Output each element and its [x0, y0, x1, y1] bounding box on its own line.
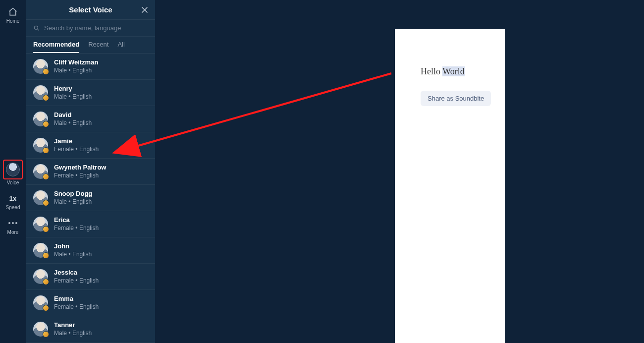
- more-icon: [7, 217, 19, 229]
- voice-name: John: [54, 242, 92, 250]
- voice-row[interactable]: HenryMale • English: [26, 80, 155, 106]
- rail-more-label: More: [7, 230, 19, 235]
- voice-row[interactable]: Gwyneth PaltrowFemale • English: [26, 159, 155, 185]
- voice-sub: Male • English: [54, 93, 92, 101]
- document-text[interactable]: Hello World: [421, 66, 505, 77]
- voice-sub: Male • English: [54, 67, 98, 74]
- voice-row[interactable]: JamieFemale • English: [26, 132, 155, 159]
- premium-badge-icon: [43, 279, 49, 285]
- document-page: Hello World Share as Soundbite: [395, 29, 505, 343]
- premium-badge-icon: [43, 305, 49, 311]
- speed-value: 1x: [7, 192, 19, 204]
- rail-speed[interactable]: 1x Speed: [0, 190, 26, 213]
- premium-badge-icon: [43, 95, 49, 101]
- voice-sub: Male • English: [54, 198, 92, 206]
- voice-row[interactable]: Snoop DoggMale • English: [26, 185, 155, 211]
- share-soundbite-button[interactable]: Share as Soundbite: [421, 91, 491, 106]
- voice-sub: Male • English: [54, 251, 92, 258]
- premium-badge-icon: [43, 121, 49, 127]
- voice-meta: EricaFemale • English: [54, 216, 99, 231]
- voice-row[interactable]: JessicaFemale • English: [26, 264, 155, 290]
- premium-badge-icon: [43, 147, 49, 154]
- close-icon: [141, 6, 148, 13]
- voice-meta: JessicaFemale • English: [54, 269, 99, 284]
- svg-line-3: [135, 73, 391, 147]
- voice-meta: EmmaFemale • English: [54, 295, 99, 310]
- voice-panel: Select Voice Recommended Recent All Clif…: [26, 0, 155, 343]
- voice-sub: Female • English: [54, 146, 99, 153]
- voice-meta: Cliff WeitzmanMale • English: [54, 58, 98, 74]
- voice-name: Jessica: [54, 269, 99, 277]
- voice-name: Erica: [54, 216, 99, 224]
- voice-name: Gwyneth Paltrow: [54, 164, 106, 172]
- voice-meta: JohnMale • English: [54, 242, 92, 258]
- voice-search-input[interactable]: [44, 24, 148, 32]
- voice-avatar: [33, 85, 48, 100]
- voice-name: Henry: [54, 85, 92, 93]
- voice-list[interactable]: Cliff WeitzmanMale • EnglishHenryMale • …: [26, 54, 155, 343]
- voice-row[interactable]: EricaFemale • English: [26, 211, 155, 237]
- voice-name: Snoop Dogg: [54, 190, 92, 198]
- rail-voice-label: Voice: [7, 180, 19, 185]
- tab-recommended[interactable]: Recommended: [33, 37, 79, 53]
- rail-home-label: Home: [6, 19, 20, 24]
- voice-avatar-icon: [6, 163, 20, 176]
- tab-recent[interactable]: Recent: [88, 37, 108, 53]
- voice-avatar: [33, 190, 48, 205]
- svg-line-1: [38, 29, 39, 30]
- voice-name: Jamie: [54, 137, 99, 145]
- voice-meta: Gwyneth PaltrowFemale • English: [54, 164, 106, 179]
- voice-avatar: [33, 295, 48, 310]
- premium-badge-icon: [43, 68, 49, 75]
- search-row[interactable]: [26, 20, 155, 37]
- premium-badge-icon: [43, 200, 49, 206]
- rail-more[interactable]: More: [0, 215, 26, 238]
- voice-sub: Female • English: [54, 225, 99, 232]
- panel-header: Select Voice: [26, 0, 155, 20]
- voice-avatar: [33, 217, 48, 231]
- voice-name: Tanner: [54, 321, 92, 329]
- voice-sub: Female • English: [54, 303, 99, 311]
- rail-home[interactable]: Home: [0, 4, 26, 27]
- voice-avatar: [33, 269, 48, 284]
- rail-voice-highlight: [3, 160, 23, 179]
- rail-voice[interactable]: Voice: [0, 158, 26, 188]
- voice-row[interactable]: TannerMale • English: [26, 316, 155, 343]
- panel-title: Select Voice: [69, 5, 112, 14]
- voice-avatar: [33, 138, 48, 153]
- voice-sub: Female • English: [54, 277, 99, 285]
- voice-row[interactable]: JohnMale • English: [26, 237, 155, 264]
- voice-meta: DavidMale • English: [54, 111, 92, 126]
- voice-sub: Male • English: [54, 119, 92, 127]
- premium-badge-icon: [43, 252, 49, 259]
- voice-avatar: [33, 112, 48, 126]
- voice-row[interactable]: EmmaFemale • English: [26, 290, 155, 316]
- voice-name: David: [54, 111, 92, 119]
- svg-point-0: [34, 26, 38, 29]
- rail-speed-label: Speed: [6, 205, 20, 210]
- voice-meta: Snoop DoggMale • English: [54, 190, 92, 205]
- close-button[interactable]: [139, 4, 150, 15]
- left-rail: Home Voice 1x Speed More: [0, 0, 26, 343]
- voice-name: Cliff Weitzman: [54, 58, 98, 66]
- tab-row: Recommended Recent All: [26, 37, 155, 54]
- voice-meta: JamieFemale • English: [54, 137, 99, 153]
- premium-badge-icon: [43, 226, 49, 232]
- voice-row[interactable]: Cliff WeitzmanMale • English: [26, 54, 155, 80]
- premium-badge-icon: [43, 331, 49, 338]
- voice-avatar: [33, 59, 48, 74]
- premium-badge-icon: [43, 173, 49, 180]
- document-text-selected: World: [442, 66, 465, 76]
- voice-avatar: [33, 322, 48, 337]
- voice-row[interactable]: DavidMale • English: [26, 106, 155, 132]
- home-icon: [7, 6, 19, 18]
- tab-all[interactable]: All: [117, 37, 124, 53]
- voice-name: Emma: [54, 295, 99, 303]
- voice-meta: TannerMale • English: [54, 321, 92, 337]
- voice-avatar: [33, 164, 48, 179]
- voice-sub: Female • English: [54, 172, 106, 179]
- voice-avatar: [33, 243, 48, 258]
- voice-meta: HenryMale • English: [54, 85, 92, 100]
- search-icon: [33, 25, 40, 32]
- voice-sub: Male • English: [54, 330, 92, 337]
